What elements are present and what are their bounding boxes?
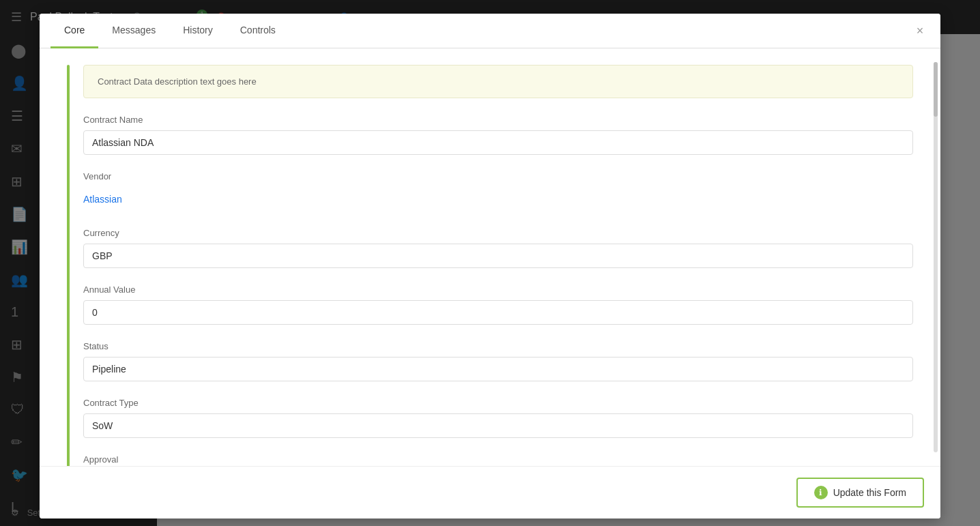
vendor-label: Vendor <box>83 171 913 181</box>
modal-body-layout: Contract Data description text goes here… <box>67 65 913 466</box>
update-form-icon: ℹ <box>814 486 828 499</box>
modal-footer: ℹ Update this Form <box>40 466 940 518</box>
contract-type-field: Contract Type SoW <box>83 398 913 438</box>
currency-label: Currency <box>83 228 913 238</box>
status-field: Status Pipeline <box>83 341 913 381</box>
contract-type-label: Contract Type <box>83 398 913 408</box>
vendor-field: Vendor Atlassian <box>83 171 913 211</box>
tab-controls[interactable]: Controls <box>227 14 289 48</box>
modal-close-button[interactable]: × <box>910 21 929 40</box>
scrollbar-track <box>934 62 938 452</box>
annual-value-value[interactable]: 0 <box>83 300 913 325</box>
description-box: Contract Data description text goes here <box>83 65 913 98</box>
currency-value[interactable]: GBP <box>83 244 913 268</box>
modal-tabs: Core Messages History Controls × <box>40 14 940 48</box>
contract-name-value[interactable]: Atlassian NDA <box>83 130 913 155</box>
scrollbar-thumb[interactable] <box>934 62 938 117</box>
contract-name-label: Contract Name <box>83 115 913 125</box>
tab-core[interactable]: Core <box>51 14 98 48</box>
tab-history[interactable]: History <box>169 14 227 48</box>
status-label: Status <box>83 341 913 351</box>
update-form-label: Update this Form <box>833 487 906 498</box>
description-text: Contract Data description text goes here <box>98 76 257 87</box>
annual-value-field: Annual Value 0 <box>83 284 913 325</box>
contract-name-field: Contract Name Atlassian NDA <box>83 115 913 155</box>
approval-field: Approval <box>83 454 913 466</box>
approval-label: Approval <box>83 454 913 465</box>
contract-type-value[interactable]: SoW <box>83 413 913 438</box>
update-form-button[interactable]: ℹ Update this Form <box>796 478 924 508</box>
currency-field: Currency GBP <box>83 228 913 268</box>
status-value[interactable]: Pipeline <box>83 357 913 381</box>
modal-dialog: Core Messages History Controls × Contrac… <box>40 14 940 518</box>
tab-messages[interactable]: Messages <box>98 14 169 48</box>
annual-value-label: Annual Value <box>83 284 913 295</box>
modal-body-content: Contract Data description text goes here… <box>70 65 913 466</box>
modal-body: Contract Data description text goes here… <box>40 48 940 466</box>
vendor-value[interactable]: Atlassian <box>83 187 913 211</box>
